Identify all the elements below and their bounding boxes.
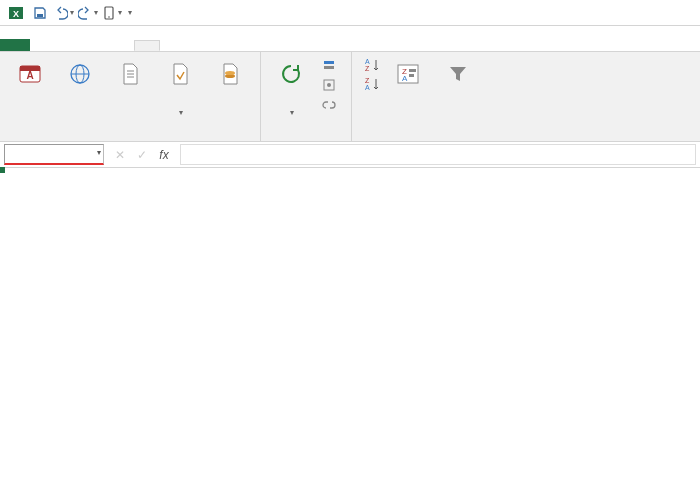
tab-page-layout[interactable] — [82, 40, 108, 51]
chevron-down-icon[interactable]: ▾ — [97, 148, 101, 157]
group-title-sort — [360, 138, 480, 139]
redo-icon[interactable]: ▾ — [78, 3, 98, 23]
tab-review[interactable] — [160, 40, 186, 51]
refresh-icon — [275, 58, 307, 90]
sort-az-button[interactable]: AZ — [360, 56, 380, 74]
existing-connections-button[interactable] — [208, 56, 252, 105]
svg-point-19 — [327, 83, 331, 87]
web-icon — [64, 58, 96, 90]
from-web-button[interactable] — [58, 56, 102, 105]
filter-icon — [442, 58, 474, 90]
svg-text:Z: Z — [365, 65, 370, 72]
svg-text:A: A — [365, 58, 370, 65]
other-sources-icon — [164, 58, 196, 90]
refresh-all-button[interactable]: ▾ — [269, 56, 313, 117]
sort-icon: ZA — [392, 58, 424, 90]
svg-rect-24 — [398, 65, 418, 83]
filter-button[interactable] — [436, 56, 480, 92]
svg-rect-28 — [409, 74, 414, 77]
svg-point-4 — [108, 16, 110, 18]
svg-rect-17 — [324, 66, 334, 69]
tab-data[interactable] — [134, 40, 160, 51]
ribbon-tabs — [0, 26, 700, 52]
svg-rect-2 — [37, 14, 43, 17]
group-external-data: A ▾ — [0, 52, 261, 141]
edit-links-icon — [321, 97, 337, 113]
svg-text:A: A — [402, 74, 408, 83]
connections-small-icon — [321, 57, 337, 73]
from-other-button[interactable]: ▾ — [158, 56, 202, 117]
svg-point-15 — [225, 71, 235, 75]
connections-button[interactable] — [319, 56, 343, 74]
svg-rect-27 — [409, 69, 416, 72]
tab-formulas[interactable] — [108, 40, 134, 51]
text-file-icon — [114, 58, 146, 90]
edit-links-button[interactable] — [319, 96, 343, 114]
enter-formula-button[interactable]: ✓ — [132, 148, 152, 162]
from-text-button[interactable] — [108, 56, 152, 105]
qat-dropdown-icon[interactable]: ▾ — [128, 8, 132, 17]
sort-az-icon: AZ — [362, 57, 378, 73]
formula-bar: ▾ ✕ ✓ fx — [0, 142, 700, 168]
properties-icon — [321, 77, 337, 93]
ribbon: A ▾ ▾ — [0, 52, 700, 142]
tab-file[interactable] — [0, 39, 30, 51]
svg-text:Z: Z — [365, 77, 370, 84]
name-box[interactable]: ▾ — [4, 144, 104, 165]
touch-icon[interactable]: ▾ — [102, 3, 122, 23]
fx-button[interactable]: fx — [154, 148, 174, 162]
svg-rect-16 — [324, 61, 334, 64]
group-title-connections — [269, 138, 343, 139]
svg-text:A: A — [26, 70, 33, 81]
properties-button[interactable] — [319, 76, 343, 94]
tab-home[interactable] — [30, 40, 56, 51]
sort-za-button[interactable]: ZA — [360, 75, 380, 93]
access-icon: A — [14, 58, 46, 90]
group-connections: ▾ — [261, 52, 352, 141]
connections-icon — [214, 58, 246, 90]
excel-icon: X — [6, 3, 26, 23]
selection-highlight — [0, 168, 4, 172]
svg-text:X: X — [13, 9, 19, 19]
group-title-external — [8, 138, 252, 139]
group-sort-filter: AZ ZA ZA — [352, 52, 488, 141]
formula-input[interactable] — [180, 144, 696, 165]
sort-za-icon: ZA — [362, 76, 378, 92]
tab-insert[interactable] — [56, 40, 82, 51]
from-access-button[interactable]: A — [8, 56, 52, 105]
svg-text:A: A — [365, 84, 370, 91]
sort-button[interactable]: ZA — [386, 56, 430, 92]
quick-access-toolbar: X ▾ ▾ ▾ ▾ — [0, 0, 700, 26]
undo-icon[interactable]: ▾ — [54, 3, 74, 23]
save-icon[interactable] — [30, 3, 50, 23]
cancel-formula-button[interactable]: ✕ — [110, 148, 130, 162]
